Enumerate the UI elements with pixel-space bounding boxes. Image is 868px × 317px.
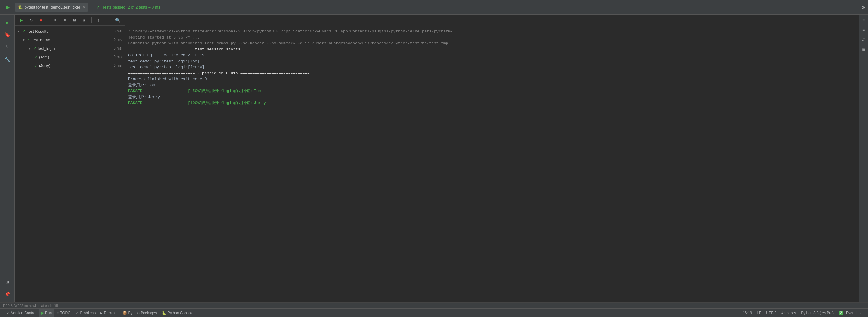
- tom-label: (Tom): [39, 55, 113, 59]
- run-tab[interactable]: 🐍 pytest for test_demo1.test_dkej ✕: [15, 3, 88, 12]
- left-sidebar: ▶ 🔖 ⑂ 🔧 ⊞ 📌: [0, 15, 15, 302]
- status-text: Tests passed: 2 of 2 tests – 0 ms: [102, 5, 160, 9]
- output-line-8: test_demo1.py::test_login[Jerry]: [128, 64, 856, 70]
- filter-btn[interactable]: 🔍: [114, 15, 122, 25]
- output-line-4: =========================== test session…: [128, 46, 856, 52]
- demo1-timing: 0 ms: [114, 38, 122, 42]
- right-btn-2[interactable]: ≡: [860, 26, 867, 34]
- arrow-icon: ▼: [22, 38, 25, 42]
- pin-icon-btn[interactable]: 📌: [2, 289, 13, 300]
- login-timing: 0 ms: [114, 46, 122, 50]
- tree-root[interactable]: ▼ ✓ Test Results 0 ms: [15, 27, 125, 35]
- tree-login[interactable]: ▼ ✓ test_login 0 ms: [15, 44, 125, 52]
- output-line-1: Testing started at 6:36 PM ...: [128, 35, 856, 41]
- arrow-icon: ▼: [28, 47, 31, 50]
- python-packages-icon: 📦: [123, 311, 127, 315]
- separator2: [91, 17, 92, 23]
- bookmark-icon-btn[interactable]: 🔖: [2, 29, 13, 40]
- run-label: Run: [45, 311, 52, 315]
- jerry-timing: 0 ms: [114, 63, 122, 68]
- todo-tab[interactable]: ≡ TODO: [54, 309, 73, 317]
- right-btn-1[interactable]: ≡: [860, 16, 867, 24]
- grid-icon-btn[interactable]: ⊞: [2, 277, 13, 288]
- output-line-15: PASSED [ 50%]测试用例中login的返回值：Tom: [128, 88, 856, 94]
- status-check-icon: ✓: [96, 5, 100, 10]
- charset-display[interactable]: UTF-8: [764, 311, 779, 315]
- tree-tom[interactable]: ✓ (Tom) 0 ms: [15, 52, 125, 61]
- output-area[interactable]: /Library/Frameworks/Python.framework/Ver…: [125, 15, 859, 302]
- problems-label: Problems: [80, 311, 96, 315]
- time-text: 16:19: [743, 311, 752, 315]
- toolbar: ▶ 🐍 pytest for test_demo1.test_dkej ✕ ✓ …: [0, 0, 868, 15]
- jerry-label: (Jerry): [39, 63, 113, 68]
- sort-desc-btn[interactable]: ⇵: [61, 15, 69, 25]
- panel-run-btn[interactable]: ▶: [18, 15, 26, 25]
- run-button[interactable]: ▶: [3, 2, 13, 12]
- run-tab-statusbar[interactable]: ▶ Run: [39, 309, 54, 317]
- right-btn-4[interactable]: 🗑: [860, 46, 867, 53]
- root-label: Test Results: [27, 29, 113, 34]
- output-line-18: PASSED [100%]测试用例中login的返回值：Jerry: [128, 100, 856, 106]
- main-content: ▶ 🔖 ⑂ 🔧 ⊞ 📌 ▶ ↻ ■ ⇅ ⇵ ⊟ ⊞ ↑ ↓ 🔍 ▼: [0, 15, 868, 302]
- settings-icon[interactable]: ⚙: [862, 4, 865, 11]
- line-ending[interactable]: LF: [754, 311, 764, 315]
- output-line-7: test_demo1.py::test_login[Tom]: [128, 59, 856, 65]
- run-icon: ▶: [41, 311, 44, 315]
- indent-display[interactable]: 4 spaces: [779, 311, 799, 315]
- output-line-2: Launching pytest with arguments test_dem…: [128, 40, 856, 46]
- collapse-btn[interactable]: ⊞: [80, 15, 88, 25]
- tom-timing: 0 ms: [114, 55, 122, 59]
- tree-jerry[interactable]: ✓ (Jerry) 0 ms: [15, 61, 125, 70]
- panel-stop-btn[interactable]: ■: [37, 15, 45, 25]
- git-icon-btn[interactable]: ⑂: [2, 42, 13, 52]
- arrow-icon: ▼: [17, 30, 20, 33]
- pytest-icon: 🐍: [18, 5, 23, 10]
- run-tab-label: pytest for test_demo1.test_dkej: [25, 5, 80, 9]
- terminal-tab[interactable]: ▸ Terminal: [98, 309, 120, 317]
- right-sidebar: ≡ ≡ 🖨 🗑: [859, 15, 868, 302]
- version-control-label: Version Control: [11, 311, 36, 315]
- tree-demo1[interactable]: ▼ ✓ test_demo1 0 ms: [15, 35, 125, 44]
- tab-close-icon[interactable]: ✕: [83, 5, 85, 9]
- output-line-10: ============================ 2 passed in…: [128, 70, 856, 76]
- sort-asc-btn[interactable]: ⇅: [51, 15, 59, 25]
- event-log-item[interactable]: 2 Event Log: [836, 311, 865, 315]
- time-display: 16:19: [740, 311, 754, 315]
- separator: [48, 17, 49, 23]
- run-panel-header: ▶ ↻ ■ ⇅ ⇵ ⊟ ⊞ ↑ ↓ 🔍: [15, 15, 125, 26]
- output-line-14: 登录用户：Tom: [128, 82, 856, 89]
- test-tree: ▼ ✓ Test Results 0 ms ▼ ✓ test_demo1 0 m…: [15, 26, 125, 302]
- lf-text: LF: [757, 311, 761, 315]
- right-btn-3[interactable]: 🖨: [860, 36, 867, 43]
- expand-btn[interactable]: ⊟: [71, 15, 79, 25]
- problems-tab[interactable]: ⚠ Problems: [73, 309, 98, 317]
- arrow-down-btn[interactable]: ↓: [104, 15, 112, 25]
- indent-text: 4 spaces: [781, 311, 796, 315]
- event-log-badge: 2: [839, 311, 843, 315]
- pass-icon: ✓: [33, 46, 36, 51]
- root-timing: 0 ms: [114, 29, 122, 33]
- pass-icon: ✓: [27, 38, 30, 42]
- event-log-label: Event Log: [846, 311, 863, 315]
- todo-label: TODO: [60, 311, 70, 315]
- pass-icon: ✓: [34, 55, 38, 59]
- demo1-label: test_demo1: [32, 38, 113, 42]
- run-status: ✓ Tests passed: 2 of 2 tests – 0 ms: [96, 5, 160, 10]
- arrow-up-btn[interactable]: ↑: [94, 15, 102, 25]
- vc-icon: ⎇: [5, 311, 10, 315]
- login-label: test_login: [38, 46, 113, 51]
- python-console-tab[interactable]: 🐍 Python Console: [159, 309, 196, 317]
- python-version-text: Python 3.8 (testPro): [801, 311, 834, 315]
- status-right: 16:19 LF UTF-8 4 spaces Python 3.8 (test…: [740, 311, 865, 315]
- version-control-tab[interactable]: ⎇ Version Control: [3, 309, 39, 317]
- charset-text: UTF-8: [766, 311, 776, 315]
- python-packages-tab[interactable]: 📦 Python Packages: [120, 309, 159, 317]
- python-packages-label: Python Packages: [128, 311, 157, 315]
- wrench-icon-btn[interactable]: 🔧: [2, 54, 13, 65]
- run-icon-btn[interactable]: ▶: [2, 17, 13, 28]
- output-line-12: Process finished with exit code 0: [128, 76, 856, 82]
- python-version[interactable]: Python 3.8 (testPro): [799, 311, 836, 315]
- panel-rerun-btn[interactable]: ↻: [28, 15, 35, 25]
- output-line-17: 登录用户：Jerry: [128, 94, 856, 100]
- terminal-label: Terminal: [103, 311, 117, 315]
